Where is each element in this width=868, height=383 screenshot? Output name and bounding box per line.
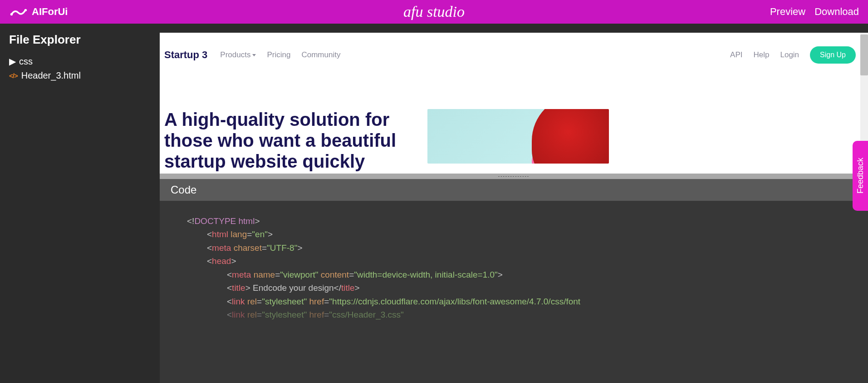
scrollbar-thumb[interactable] <box>860 35 868 75</box>
tok: "stylesheet" <box>262 297 307 306</box>
preview-nav: Startup 3 Products Pricing Community API… <box>160 33 860 64</box>
folder-label: css <box>19 56 33 67</box>
tok: Endcode your design <box>250 283 334 293</box>
code-body[interactable]: <!DOCTYPE html> <html lang="en"> <meta c… <box>160 201 868 383</box>
preview-brand: Startup 3 <box>164 49 207 61</box>
tree-folder-css[interactable]: ▶ css <box>9 54 151 69</box>
download-button[interactable]: Download <box>814 6 859 18</box>
tok: link <box>232 310 245 319</box>
code-header: Code <box>160 179 868 201</box>
content-area: Startup 3 Products Pricing Community API… <box>160 24 868 383</box>
signup-button[interactable]: Sign Up <box>810 46 856 64</box>
preview-pane: Startup 3 Products Pricing Community API… <box>160 33 860 174</box>
preview-hero: A high-quality solution for those who wa… <box>160 64 860 172</box>
topbar: AIForUi afu studio Preview Download <box>0 0 868 24</box>
nav-pricing[interactable]: Pricing <box>267 50 290 60</box>
svg-point-1 <box>25 9 27 11</box>
tok: charset <box>234 243 262 253</box>
tok: rel <box>247 297 257 306</box>
tok: href <box>309 310 324 319</box>
tok: href <box>309 297 324 306</box>
nav-community[interactable]: Community <box>301 50 340 60</box>
tok: rel <box>247 310 257 319</box>
brand-label[interactable]: AIForUi <box>32 6 68 18</box>
tok: meta <box>232 270 251 279</box>
tok: "https://cdnjs.cloudflare.com/ajax/libs/… <box>329 297 580 306</box>
tok: "UTF-8" <box>267 243 297 253</box>
tok: html <box>212 229 228 239</box>
nav-login[interactable]: Login <box>780 50 799 60</box>
tok: head <box>212 256 231 266</box>
hero-headline: A high-quality solution for those who wa… <box>164 109 409 172</box>
topbar-left: AIForUi <box>9 5 68 18</box>
tok: "en" <box>252 229 268 239</box>
chevron-down-icon <box>252 54 256 56</box>
nav-help[interactable]: Help <box>754 50 770 60</box>
hero-image <box>427 109 609 164</box>
file-explorer-title: File Explorer <box>9 33 151 47</box>
nav-api[interactable]: API <box>730 50 742 60</box>
chevron-right-icon: ▶ <box>9 56 15 67</box>
tree-file-header3[interactable]: </> Header_3.html <box>9 69 151 83</box>
tok: content <box>321 270 349 279</box>
tok: > <box>255 216 260 226</box>
tok: <! <box>187 216 194 226</box>
tok: "css/Header_3.css" <box>329 310 404 319</box>
tok: link <box>232 297 245 306</box>
tok: DOCTYPE html <box>194 216 255 226</box>
feedback-tab[interactable]: Feedback <box>853 141 868 211</box>
nav-products-label: Products <box>220 50 250 60</box>
tok: lang <box>230 229 247 239</box>
tok: title <box>232 283 245 293</box>
feedback-label: Feedback <box>856 158 865 194</box>
pane-divider[interactable]: ------------- <box>160 174 868 179</box>
tok: meta <box>212 243 231 253</box>
tok: "stylesheet" <box>262 310 307 319</box>
svg-point-0 <box>10 13 13 15</box>
logo-icon <box>9 5 27 18</box>
tok: "width=device-width, initial-scale=1.0" <box>354 270 498 279</box>
nav-products[interactable]: Products <box>220 50 256 60</box>
preview-button[interactable]: Preview <box>770 6 805 18</box>
file-label: Header_3.html <box>21 70 81 81</box>
sidebar: File Explorer ▶ css </> Header_3.html <box>0 24 160 383</box>
studio-title: afu studio <box>403 3 465 20</box>
html-file-icon: </> <box>9 72 18 80</box>
topbar-actions: Preview Download <box>770 6 859 18</box>
tok: name <box>254 270 275 279</box>
tok: "viewport" <box>280 270 318 279</box>
tok: title <box>341 283 355 293</box>
